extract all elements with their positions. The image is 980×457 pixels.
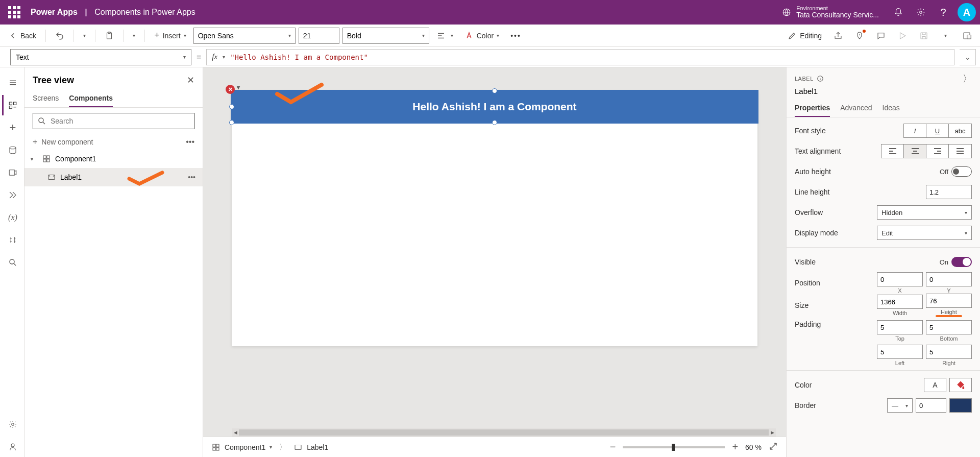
- align-center-button[interactable]: [904, 145, 926, 158]
- paste-more-button[interactable]: ▾: [129, 28, 139, 44]
- fill-color-button[interactable]: [949, 378, 972, 392]
- font-size-input[interactable]: 21: [299, 28, 339, 44]
- more-button[interactable]: •••: [506, 28, 525, 44]
- hamburger-icon[interactable]: [2, 73, 22, 93]
- border-width-input[interactable]: [916, 398, 946, 413]
- error-chevron-icon[interactable]: ▾: [237, 84, 240, 91]
- app-launcher-icon[interactable]: [4, 2, 24, 22]
- font-weight-select[interactable]: Bold▾: [342, 28, 429, 44]
- advanced-tools-icon[interactable]: [2, 230, 22, 250]
- notifications-icon[interactable]: [887, 0, 910, 25]
- zoom-slider[interactable]: [623, 446, 725, 448]
- font-color-sample[interactable]: A: [924, 378, 946, 392]
- padding-top-input[interactable]: [877, 320, 923, 334]
- label-control[interactable]: Hello Ashish! I am a Component ✕ ▾: [232, 91, 757, 123]
- app-checker-icon[interactable]: [850, 27, 869, 45]
- environment-picker[interactable]: Environment Tata Consultancy Servic...: [782, 5, 879, 19]
- chevron-down-icon[interactable]: ▾: [31, 156, 38, 162]
- save-icon[interactable]: [915, 27, 933, 45]
- overflow-select[interactable]: Hidden▾: [877, 205, 972, 220]
- tree-item-more-icon[interactable]: •••: [188, 173, 195, 181]
- editing-mode-button[interactable]: Editing: [783, 28, 826, 44]
- help-icon[interactable]: ?: [932, 0, 954, 25]
- display-mode-select[interactable]: Edit▾: [877, 226, 972, 240]
- tree-search-input[interactable]: [51, 117, 190, 125]
- zoom-in-button[interactable]: +: [732, 441, 738, 453]
- tab-ideas[interactable]: Ideas: [883, 100, 900, 117]
- data-icon[interactable]: [2, 140, 22, 160]
- border-style-select[interactable]: —▾: [887, 398, 913, 413]
- search-rail-icon[interactable]: [2, 252, 22, 273]
- paste-button[interactable]: [101, 28, 118, 44]
- position-x-input[interactable]: [877, 272, 923, 286]
- close-panel-icon[interactable]: ✕: [187, 75, 194, 86]
- align-left-button[interactable]: [881, 145, 904, 158]
- comments-icon[interactable]: [872, 27, 890, 45]
- back-button[interactable]: Back: [4, 28, 40, 44]
- resize-handle-sw[interactable]: [229, 120, 234, 125]
- line-height-input[interactable]: [926, 185, 972, 199]
- settings-icon[interactable]: [910, 0, 932, 25]
- size-height-input[interactable]: [926, 294, 972, 308]
- preview-icon[interactable]: [893, 27, 912, 45]
- tree-search[interactable]: [33, 113, 194, 129]
- tab-components[interactable]: Components: [69, 90, 113, 107]
- underline-button[interactable]: U: [926, 124, 949, 137]
- italic-button[interactable]: I: [904, 124, 926, 137]
- document-name[interactable]: Components in Power Apps: [94, 8, 195, 16]
- canvas-horizontal-scrollbar[interactable]: ◀▶: [232, 428, 776, 437]
- formula-input[interactable]: fx▾ "Hello Ashish! I am a Component": [206, 49, 954, 65]
- info-icon[interactable]: [817, 75, 824, 82]
- user-avatar[interactable]: A: [958, 3, 976, 21]
- resize-handle-w[interactable]: [229, 104, 234, 109]
- zoom-out-button[interactable]: −: [610, 441, 616, 453]
- auto-height-toggle[interactable]: [951, 166, 972, 177]
- control-name[interactable]: Label1: [787, 87, 980, 100]
- power-automate-icon[interactable]: [2, 185, 22, 205]
- resize-handle-n[interactable]: [492, 88, 497, 93]
- tree-view-icon[interactable]: [2, 95, 22, 115]
- font-family-select[interactable]: Open Sans▾: [193, 28, 296, 44]
- insert-button[interactable]: + Insert ▾: [150, 28, 190, 44]
- align-justify-button[interactable]: [949, 145, 971, 158]
- align-button[interactable]: ▾: [432, 28, 457, 44]
- component-more-icon[interactable]: •••: [186, 137, 194, 147]
- align-right-button[interactable]: [926, 145, 949, 158]
- padding-left-input[interactable]: [877, 345, 923, 359]
- insert-rail-icon[interactable]: +: [2, 117, 22, 138]
- tab-screens[interactable]: Screens: [33, 90, 59, 107]
- breadcrumb-component[interactable]: Component1 ▾: [211, 443, 272, 452]
- new-component-button[interactable]: + New component: [33, 137, 93, 147]
- settings-rail-icon[interactable]: [2, 414, 22, 435]
- size-width-input[interactable]: [877, 295, 923, 309]
- border-color-chip[interactable]: [949, 398, 972, 413]
- virtual-agent-icon[interactable]: [2, 437, 22, 457]
- app-name[interactable]: Power Apps: [31, 8, 78, 16]
- component-canvas[interactable]: Hello Ashish! I am a Component ✕ ▾: [232, 91, 757, 346]
- save-more-icon[interactable]: ▾: [936, 27, 954, 45]
- variables-icon[interactable]: (x): [2, 207, 22, 228]
- breadcrumb-label[interactable]: Label1: [293, 443, 328, 452]
- padding-right-input[interactable]: [926, 345, 972, 359]
- undo-button[interactable]: [51, 28, 68, 44]
- strikethrough-button[interactable]: abc: [949, 124, 971, 137]
- media-icon[interactable]: [2, 162, 22, 183]
- property-select[interactable]: Text▾: [10, 49, 191, 65]
- position-y-input[interactable]: [926, 272, 972, 286]
- tab-advanced[interactable]: Advanced: [840, 100, 872, 117]
- padding-bottom-input[interactable]: [926, 320, 972, 334]
- fit-to-screen-icon[interactable]: [769, 442, 778, 452]
- tab-properties[interactable]: Properties: [795, 100, 830, 117]
- tree-item-component[interactable]: ▾ Component1: [24, 150, 203, 168]
- publish-icon[interactable]: [958, 27, 976, 45]
- visible-toggle[interactable]: [951, 257, 972, 267]
- color-button[interactable]: Color▾: [460, 28, 503, 44]
- expand-panel-icon[interactable]: 〉: [963, 73, 972, 85]
- error-badge-icon[interactable]: ✕: [226, 85, 235, 94]
- expand-formula-icon[interactable]: ⌄: [960, 49, 976, 65]
- svg-rect-23: [213, 447, 215, 450]
- tree-item-label1[interactable]: Label1 •••: [24, 168, 203, 186]
- undo-more-button[interactable]: ▾: [79, 28, 90, 44]
- share-icon[interactable]: [829, 27, 847, 45]
- resize-handle-s[interactable]: [492, 120, 497, 125]
